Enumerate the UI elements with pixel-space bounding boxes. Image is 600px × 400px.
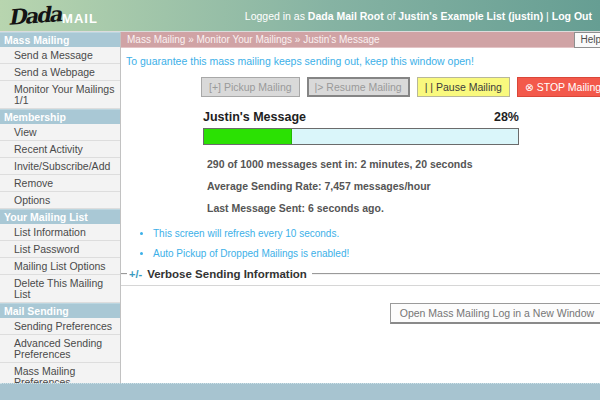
dadamail-logo[interactable]: Dada MAIL bbox=[8, 3, 98, 28]
progress-bar bbox=[203, 128, 519, 145]
logged-in-user: Dada Mail Root bbox=[308, 10, 384, 22]
login-prefix: Logged in as bbox=[245, 10, 305, 22]
current-list-name: Justin's Example List (justin) bbox=[398, 10, 543, 22]
stop-mailing-label: STOP Mailing bbox=[537, 81, 600, 93]
sidebar-item-mailing-list-options[interactable]: Mailing List Options bbox=[0, 258, 120, 275]
sidebar-item-monitor-your-mailings[interactable]: Monitor Your Mailings 1/1 bbox=[0, 81, 120, 109]
progress-bar-fill bbox=[204, 129, 292, 144]
sidebar-item-view[interactable]: View bbox=[0, 124, 120, 141]
sidebar-item-recent-activity[interactable]: Recent Activity bbox=[0, 141, 120, 158]
progress-percent: 28% bbox=[494, 110, 519, 124]
verbose-divider bbox=[121, 285, 600, 286]
sidebar-item-list-information[interactable]: List Information bbox=[0, 224, 120, 241]
sidebar-nav: Mass Mailing Send a Message Send a Webpa… bbox=[0, 32, 121, 400]
logo-dada-script: Dada bbox=[7, 1, 61, 30]
login-of: of bbox=[387, 10, 396, 22]
mailing-controls: [+] Pickup Mailing |> Resume Mailing | |… bbox=[201, 77, 600, 97]
note-refresh: This screen will refresh every 10 second… bbox=[153, 228, 600, 239]
breadcrumb[interactable]: Mass Mailing » Monitor Your Mailings » J… bbox=[127, 32, 380, 47]
stop-mailing-button[interactable]: ⊗STOP Mailing bbox=[517, 77, 600, 97]
sidebar-item-delete-this-mailing-list[interactable]: Delete This Mailing List bbox=[0, 275, 120, 303]
open-mailing-log-button[interactable]: Open Mass Mailing Log in a New Window bbox=[390, 303, 600, 324]
verbose-sending-header: +/- Verbose Sending Information bbox=[121, 268, 600, 280]
resume-mailing-button[interactable]: |> Resume Mailing bbox=[307, 77, 410, 97]
status-notes: This screen will refresh every 10 second… bbox=[153, 228, 600, 259]
sidebar-section-your-mailing-list: Your Mailing List bbox=[0, 209, 120, 224]
sidebar-section-membership: Membership bbox=[0, 109, 120, 124]
pickup-mailing-button[interactable]: [+] Pickup Mailing bbox=[201, 77, 300, 97]
sidebar-item-options[interactable]: Options bbox=[0, 192, 120, 209]
main-content: Mass Mailing » Monitor Your Mailings » J… bbox=[121, 32, 600, 400]
sidebar-section-mail-sending: Mail Sending bbox=[0, 303, 120, 318]
legend-line-left bbox=[121, 273, 127, 275]
stat-messages-sent: 290 of 1000 messages sent in: 2 minutes,… bbox=[207, 158, 600, 170]
sidebar-item-send-a-message[interactable]: Send a Message bbox=[0, 47, 120, 64]
legend-line-right bbox=[312, 273, 600, 275]
sending-stats: 290 of 1000 messages sent in: 2 minutes,… bbox=[207, 158, 600, 214]
login-separator: | bbox=[546, 10, 549, 22]
footer-band bbox=[0, 383, 600, 400]
note-auto-pickup: Auto Pickup of Dropped Mailings is enabl… bbox=[153, 248, 600, 259]
sidebar-item-send-a-webpage[interactable]: Send a Webpage bbox=[0, 64, 120, 81]
sidebar-item-list-password[interactable]: List Password bbox=[0, 241, 120, 258]
stat-average-rate: Average Sending Rate: 7,457 messages/hou… bbox=[207, 180, 600, 192]
sidebar-section-mass-mailing: Mass Mailing bbox=[0, 32, 120, 47]
logout-link[interactable]: Log Out bbox=[552, 10, 592, 22]
verbose-label: Verbose Sending Information bbox=[147, 268, 307, 280]
logo-mail-text: MAIL bbox=[62, 11, 98, 26]
verbose-toggle[interactable]: +/- bbox=[129, 268, 142, 280]
log-button-row: Open Mass Mailing Log in a New Window bbox=[121, 303, 600, 324]
sidebar-item-remove[interactable]: Remove bbox=[0, 175, 120, 192]
sidebar-item-sending-preferences[interactable]: Sending Preferences bbox=[0, 318, 120, 335]
login-status: Logged in as Dada Mail Root of Justin's … bbox=[245, 10, 592, 22]
mailing-progress-header: Justin's Message 28% bbox=[203, 110, 519, 124]
stat-last-message: Last Message Sent: 6 seconds ago. bbox=[207, 202, 600, 214]
pause-mailing-button[interactable]: | | Pause Mailing bbox=[417, 77, 510, 97]
sidebar-item-invite-subscribe-add[interactable]: Invite/Subscribe/Add bbox=[0, 158, 120, 175]
body-row: Mass Mailing Send a Message Send a Webpa… bbox=[0, 32, 600, 400]
breadcrumb-bar: Mass Mailing » Monitor Your Mailings » J… bbox=[121, 32, 600, 48]
sidebar-item-advanced-sending-preferences[interactable]: Advanced Sending Preferences bbox=[0, 335, 120, 363]
mailing-title: Justin's Message bbox=[203, 110, 306, 124]
keep-window-open-notice: To guarantee this mass mailing keeps sen… bbox=[126, 55, 600, 67]
stop-icon: ⊗ bbox=[525, 81, 534, 93]
dada-mail-app: Dada MAIL Logged in as Dada Mail Root of… bbox=[0, 0, 600, 400]
top-header: Dada MAIL Logged in as Dada Mail Root of… bbox=[0, 0, 600, 32]
help-button[interactable]: Help bbox=[574, 32, 600, 48]
